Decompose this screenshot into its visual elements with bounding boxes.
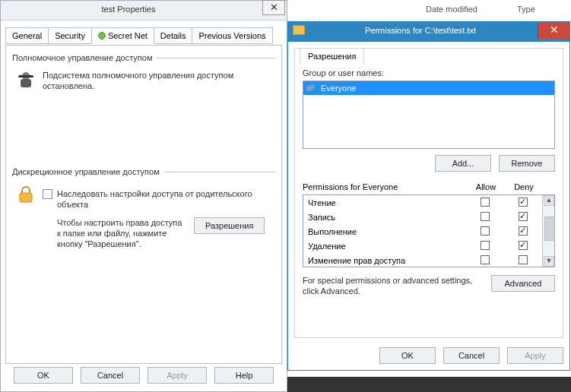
permissions-hint: Чтобы настроить права доступа к папке ил…: [57, 217, 186, 249]
close-button[interactable]: ✕: [262, 0, 285, 15]
permission-name: Выполнение: [303, 227, 466, 236]
tab-secret-net-label: Secret Net: [108, 31, 148, 40]
group-or-user-names-label: Group or user names:: [303, 68, 555, 77]
properties-window: test Properties ✕ GeneralSecuritySecret …: [0, 0, 287, 392]
user-row-name: Everyone: [321, 84, 356, 93]
permission-name: Чтение: [303, 198, 466, 207]
advanced-button[interactable]: Advanced: [491, 275, 555, 292]
permission-row: Чтение: [303, 195, 542, 210]
deny-checkbox[interactable]: [519, 226, 528, 236]
permission-name: Изменение прав доступа: [303, 256, 466, 265]
tab-security[interactable]: Security: [48, 27, 92, 44]
explorer-footer: [287, 377, 571, 392]
scroll-thumb[interactable]: [544, 217, 554, 241]
permission-row: Удаление: [303, 239, 542, 253]
group-mandatory-access: Полномочное управление доступом Подсисте…: [12, 53, 275, 91]
folder-icon: [293, 25, 305, 35]
advanced-hint: For special permissions or advanced sett…: [303, 275, 484, 296]
scroll-down-icon[interactable]: ▼: [544, 256, 554, 267]
permissions-titlebar[interactable]: Permissions for C:\test\test.txt ✕: [288, 22, 569, 42]
column-deny: Deny: [505, 182, 543, 191]
shield-icon: [98, 32, 106, 40]
apply-button[interactable]: Apply: [507, 347, 563, 364]
inherit-checkbox[interactable]: [43, 189, 52, 199]
deny-checkbox[interactable]: [519, 241, 528, 250]
allow-checkbox[interactable]: [481, 241, 490, 250]
cancel-button[interactable]: Cancel: [81, 367, 140, 384]
hint-line3: кнопку "Разрешения".: [57, 239, 186, 249]
allow-checkbox[interactable]: [481, 255, 490, 264]
permissions-button[interactable]: Разрешения: [194, 217, 265, 234]
permission-row: Запись: [303, 210, 542, 224]
divider: [164, 172, 275, 172]
hint-line1: Чтобы настроить права доступа: [57, 217, 186, 228]
permissions-button-row: OK Cancel Apply: [294, 347, 563, 364]
permission-row: Изменение прав доступа: [303, 253, 542, 267]
explorer-columns: Date modified Type: [287, 0, 571, 21]
scrollbar[interactable]: ▲ ▼: [542, 195, 554, 267]
permission-name: Удаление: [303, 242, 466, 251]
ok-button[interactable]: OK: [379, 347, 436, 364]
agent-icon: [15, 70, 36, 91]
group-mandatory-line2: остановлена.: [43, 81, 233, 91]
remove-button[interactable]: Remove: [499, 155, 555, 172]
permissions-for-label: Permissions for Everyone: [303, 182, 467, 191]
column-date-modified[interactable]: Date modified: [426, 5, 477, 14]
properties-titlebar[interactable]: test Properties ✕: [1, 1, 287, 21]
user-row-everyone[interactable]: Everyone: [303, 81, 554, 95]
add-button[interactable]: Add...: [435, 155, 491, 172]
allow-checkbox[interactable]: [481, 226, 490, 236]
permissions-window: Permissions for C:\test\test.txt ✕ Разре…: [287, 21, 570, 371]
properties-tabstrip: GeneralSecuritySecret NetDetailsPrevious…: [5, 27, 282, 45]
lock-icon: [15, 184, 36, 205]
tab-details[interactable]: Details: [154, 27, 193, 44]
hint-line2: к папке или файлу, нажмите: [57, 228, 186, 239]
deny-checkbox[interactable]: [519, 198, 528, 207]
permission-name: Запись: [303, 213, 466, 222]
allow-checkbox[interactable]: [481, 212, 490, 221]
deny-checkbox[interactable]: [519, 255, 528, 264]
group-mandatory-text: Подсистема полномочного управления досту…: [43, 70, 233, 91]
help-button[interactable]: Help: [214, 367, 274, 384]
tab-previous-versions[interactable]: Previous Versions: [192, 27, 272, 44]
svg-rect-1: [21, 79, 31, 87]
user-list[interactable]: Everyone: [303, 81, 555, 149]
permissions-title-text: Permissions for C:\test\test.txt: [309, 26, 531, 35]
inherit-label-line2: объекта: [57, 199, 252, 210]
divider: [157, 58, 275, 58]
group-discretionary-title: Дискреционное управление доступом: [12, 167, 160, 176]
column-type[interactable]: Type: [517, 5, 535, 14]
group-mandatory-line1: Подсистема полномочного управления досту…: [43, 70, 233, 81]
tab-permissions[interactable]: Разрешения: [300, 48, 364, 65]
svg-rect-2: [18, 75, 33, 77]
permission-table: ЧтениеЗаписьВыполнениеУдалениеИзменение …: [303, 194, 555, 267]
permission-columns-header: Permissions for Everyone Allow Deny: [303, 182, 555, 191]
ok-button[interactable]: OK: [14, 367, 73, 384]
group-mandatory-title: Полномочное управление доступом: [12, 53, 152, 62]
inherit-label-line1: Наследовать настройки доступа от родител…: [57, 188, 252, 199]
svg-rect-3: [20, 193, 32, 202]
permission-row: Выполнение: [303, 224, 542, 239]
apply-button[interactable]: Apply: [148, 367, 207, 384]
permissions-body: Разрешения Group or user names: Everyone…: [294, 48, 563, 338]
tab-general[interactable]: General: [5, 27, 49, 44]
column-allow: Allow: [467, 182, 505, 191]
cancel-button[interactable]: Cancel: [443, 347, 500, 364]
tab-secret-net[interactable]: Secret Net: [91, 27, 154, 44]
group-discretionary-access: Дискреционное управление доступом Наслед…: [12, 167, 275, 249]
group-icon: [306, 84, 317, 93]
properties-title-text: test Properties: [1, 5, 256, 14]
scroll-up-icon[interactable]: ▲: [544, 195, 554, 206]
properties-tabpanel: Полномочное управление доступом Подсисте…: [5, 45, 282, 364]
inherit-label: Наследовать настройки доступа от родител…: [57, 188, 252, 210]
deny-checkbox[interactable]: [519, 212, 528, 221]
allow-checkbox[interactable]: [481, 198, 490, 207]
properties-button-row: OK Cancel Apply Help: [5, 367, 282, 384]
close-button[interactable]: ✕: [538, 22, 569, 39]
